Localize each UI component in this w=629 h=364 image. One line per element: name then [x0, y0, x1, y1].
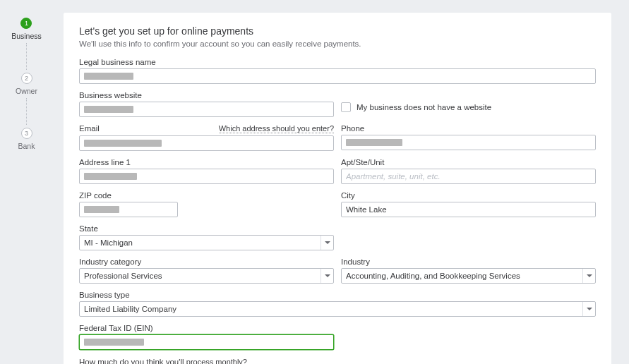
- website-label: Business website: [79, 91, 142, 99]
- state-label: State: [79, 224, 98, 233]
- industry-label: Industry: [341, 257, 370, 266]
- step-connector: [26, 98, 27, 125]
- step-circle-3: 3: [21, 128, 32, 139]
- legal-name-input[interactable]: [79, 68, 596, 84]
- no-website-checkbox[interactable]: [341, 102, 351, 112]
- chevron-down-icon: [321, 269, 333, 283]
- business-type-label: Business type: [79, 291, 130, 299]
- monthly-help-link[interactable]: process monthly?: [186, 358, 247, 364]
- step-label-3: Bank: [18, 142, 35, 150]
- address1-label: Address line 1: [79, 158, 131, 166]
- business-type-select[interactable]: Limited Liability Company: [79, 301, 596, 317]
- step-label-2: Owner: [16, 87, 37, 95]
- monthly-label: How much do you think you'll: [79, 358, 186, 364]
- state-value: MI - Michigan: [84, 238, 133, 247]
- city-input[interactable]: [341, 202, 596, 217]
- chevron-down-icon: [582, 269, 595, 283]
- page-container: 1 Business 2 Owner 3 Bank Let's get you …: [0, 0, 629, 364]
- state-select[interactable]: MI - Michigan: [79, 235, 334, 250]
- chevron-down-icon: [321, 236, 333, 250]
- email-input[interactable]: [79, 135, 334, 151]
- no-website-label: My business does not have a website: [357, 103, 491, 111]
- industry-category-value: Professional Services: [84, 272, 162, 280]
- address1-input[interactable]: [79, 169, 334, 184]
- business-type-value: Limited Liability Company: [84, 305, 176, 313]
- phone-label: Phone: [341, 124, 364, 133]
- page-title: Let's get you set up for online payments: [79, 25, 596, 37]
- phone-input[interactable]: [341, 135, 596, 150]
- step-label-1: Business: [11, 32, 42, 40]
- ein-input[interactable]: [79, 334, 334, 350]
- industry-category-select[interactable]: Professional Services: [79, 268, 334, 284]
- apt-label: Apt/Ste/Unit: [341, 158, 384, 166]
- industry-value: Accounting, Auditing, and Bookkeeping Se…: [346, 272, 520, 280]
- chevron-down-icon: [582, 302, 595, 316]
- page-subtitle: We'll use this info to confirm your acco…: [79, 40, 596, 48]
- step-owner: 2 Owner: [16, 73, 37, 95]
- apt-input[interactable]: [341, 169, 596, 184]
- step-business: 1 Business: [11, 18, 42, 40]
- industry-select[interactable]: Accounting, Auditing, and Bookkeeping Se…: [341, 268, 596, 284]
- email-help-link[interactable]: Which address should you enter?: [219, 124, 334, 133]
- form-card: Let's get you set up for online payments…: [64, 13, 611, 364]
- zip-input[interactable]: [79, 202, 178, 217]
- city-label: City: [341, 191, 355, 200]
- step-bank: 3 Bank: [18, 128, 35, 150]
- website-input[interactable]: [79, 102, 334, 117]
- legal-name-label: Legal business name: [79, 58, 156, 66]
- step-circle-2: 2: [21, 73, 32, 84]
- step-circle-1: 1: [20, 18, 32, 29]
- email-label: Email: [79, 124, 100, 133]
- zip-label: ZIP code: [79, 191, 112, 200]
- ein-label: Federal Tax ID (EIN): [79, 324, 153, 332]
- step-connector: [26, 43, 27, 70]
- industry-category-label: Industry category: [79, 257, 141, 266]
- stepper: 1 Business 2 Owner 3 Bank: [4, 13, 49, 364]
